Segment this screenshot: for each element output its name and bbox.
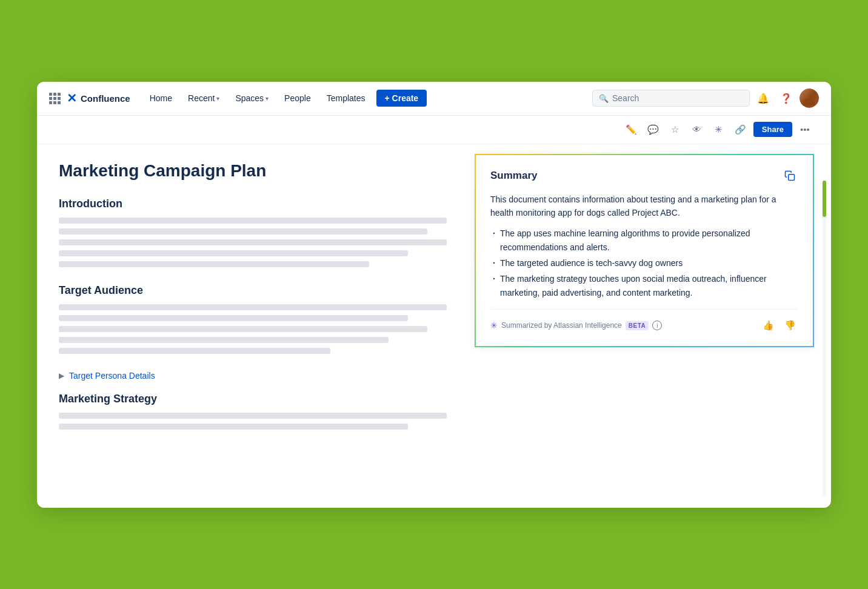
section-marketing-strategy: Marketing Strategy (59, 393, 447, 405)
placeholder-line (59, 261, 369, 267)
logo[interactable]: ✕ Confluence (67, 92, 130, 104)
edit-icon[interactable]: ✏️ (623, 121, 641, 139)
browser-window: ✕ Confluence Home Recent ▾ Spaces ▾ Peop… (37, 82, 831, 508)
nav-templates[interactable]: Templates (321, 90, 372, 107)
placeholder-line (59, 228, 427, 235)
beta-badge: BETA (626, 321, 649, 330)
nav-spaces[interactable]: Spaces ▾ (229, 90, 275, 107)
summary-body: This document contains information about… (490, 193, 798, 220)
list-item: The app uses machine learning algorithms… (490, 227, 798, 254)
search-icon: 🔍 (599, 94, 609, 103)
chevron-down-icon: ▾ (216, 95, 219, 102)
logo-x-icon: ✕ (67, 92, 77, 104)
section-introduction: Introduction (59, 198, 447, 210)
doc-toolbar: ✏️ 💬 ☆ 👁 ✳ 🔗 Share ••• (37, 116, 831, 144)
placeholder-line (59, 424, 408, 430)
list-item: The marketing strategy touches upon soci… (490, 272, 798, 299)
watch-icon[interactable]: 👁 (688, 121, 706, 139)
nav-people[interactable]: People (278, 90, 317, 107)
atlassian-ai-icon: ✳ (490, 321, 498, 330)
nav-home[interactable]: Home (144, 90, 178, 107)
chevron-right-icon: ▶ (59, 371, 64, 380)
star-icon[interactable]: ☆ (666, 121, 684, 139)
summary-title: Summary (490, 170, 537, 182)
placeholder-line (59, 326, 427, 332)
audience-placeholder-lines (59, 304, 447, 354)
navbar: ✕ Confluence Home Recent ▾ Spaces ▾ Peop… (37, 82, 831, 116)
chevron-down-icon: ▾ (265, 95, 269, 102)
summary-card: Summary This document contains informati… (475, 154, 814, 348)
summary-footer-left: ✳ Summarized by Atlassian Intelligence B… (490, 321, 662, 330)
summary-footer-right: 👍 👎 (760, 317, 798, 334)
placeholder-line (59, 413, 447, 419)
copy-icon[interactable] (781, 167, 798, 184)
search-placeholder: Search (612, 93, 639, 103)
list-item: The targeted audience is tech-savvy dog … (490, 256, 798, 270)
placeholder-line (59, 337, 389, 343)
summary-header: Summary (490, 167, 798, 184)
placeholder-line (59, 304, 447, 310)
avatar[interactable] (800, 88, 819, 108)
placeholder-line (59, 315, 408, 321)
doc-title: Marketing Campaign Plan (59, 161, 447, 181)
info-icon[interactable]: i (652, 321, 662, 330)
ai-label: Summarized by Atlassian Intelligence (501, 321, 622, 330)
section-target-audience: Target Audience (59, 284, 447, 297)
more-options-icon[interactable]: ••• (796, 121, 814, 139)
avatar-image (800, 88, 819, 108)
intro-placeholder-lines (59, 218, 447, 267)
grid-icon[interactable] (49, 93, 61, 104)
placeholder-line (59, 250, 408, 256)
share-button[interactable]: Share (753, 122, 792, 137)
summary-footer: ✳ Summarized by Atlassian Intelligence B… (490, 309, 798, 334)
link-icon[interactable]: 🔗 (732, 121, 750, 139)
content-area: Marketing Campaign Plan Introduction Tar… (37, 144, 831, 508)
placeholder-line (59, 218, 447, 224)
doc-content: Marketing Campaign Plan Introduction Tar… (59, 161, 447, 486)
nav-recent[interactable]: Recent ▾ (182, 90, 225, 107)
comment-icon[interactable]: 💬 (644, 121, 663, 139)
collapsible-target-persona[interactable]: ▶ Target Persona Details (59, 371, 447, 381)
summary-list: The app uses machine learning algorithms… (490, 227, 798, 299)
scrollbar-track[interactable] (823, 181, 826, 496)
search-bar[interactable]: 🔍 Search (592, 90, 750, 107)
placeholder-line (59, 239, 447, 245)
strategy-placeholder-lines (59, 413, 447, 430)
create-button[interactable]: + Create (376, 90, 427, 107)
help-icon[interactable]: ❓ (776, 88, 796, 108)
notifications-icon[interactable]: 🔔 (753, 88, 773, 108)
svg-rect-0 (789, 174, 795, 180)
logo-text: Confluence (81, 93, 130, 104)
placeholder-line (59, 348, 330, 354)
ai-assistant-icon[interactable]: ✳ (710, 121, 728, 139)
thumbs-up-button[interactable]: 👍 (760, 317, 776, 334)
scrollbar-thumb[interactable] (823, 181, 826, 217)
thumbs-down-button[interactable]: 👎 (781, 317, 798, 334)
